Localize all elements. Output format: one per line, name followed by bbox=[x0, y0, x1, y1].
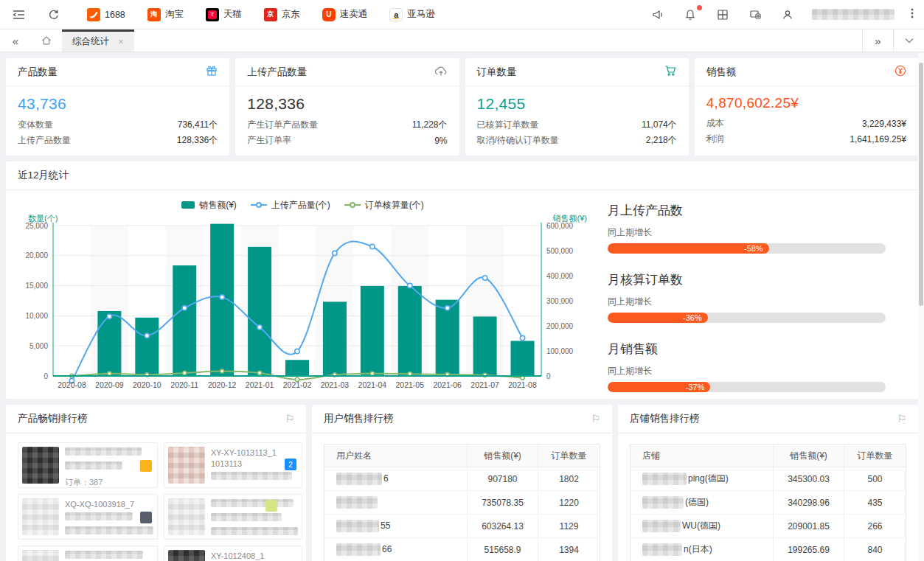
tab-menu-caret-icon[interactable] bbox=[893, 29, 924, 52]
notification-dot bbox=[697, 5, 702, 10]
product-image bbox=[168, 447, 205, 484]
platform-tab-taobao[interactable]: 淘 淘宝 bbox=[147, 0, 184, 29]
progress-fill: -36% bbox=[608, 313, 708, 323]
legend-uploaded[interactable]: 上传产品量(个) bbox=[250, 199, 330, 212]
bestseller-panel: 产品畅销排行榜 ⚐ 订单：387 XY-XY-1013113_1 bbox=[6, 405, 306, 561]
apps-grid-icon[interactable] bbox=[715, 7, 731, 23]
kebab-menu-icon[interactable] bbox=[911, 7, 914, 21]
refresh-icon[interactable] bbox=[46, 7, 62, 23]
card-value: 4,870,602.25¥ bbox=[695, 86, 918, 114]
table-row: WU(德国)209001.85266 bbox=[631, 515, 906, 538]
devices-icon[interactable] bbox=[747, 7, 763, 23]
flag-icon[interactable]: ⚐ bbox=[897, 413, 906, 425]
product-image bbox=[22, 447, 59, 484]
redacted-name bbox=[336, 496, 378, 509]
legend-sales[interactable]: 销售额(¥) bbox=[181, 199, 237, 212]
platform-tab-label: 京东 bbox=[282, 8, 300, 21]
stat-card-products: 产品数量 43,736 变体数量736,411个 上传产品数量128,336个 bbox=[6, 58, 229, 156]
product-card[interactable]: 订单：387 bbox=[18, 442, 158, 488]
redacted-name bbox=[336, 543, 381, 556]
menu-fold-icon[interactable] bbox=[10, 7, 27, 23]
product-code: XQ-XQ-1003918_7 bbox=[65, 499, 153, 510]
gift-icon bbox=[206, 65, 218, 79]
product-image bbox=[22, 550, 59, 561]
product-code: XY-1012408_1 bbox=[211, 551, 298, 561]
name-cell bbox=[324, 491, 468, 515]
svg-text:2021-07: 2021-07 bbox=[470, 380, 499, 389]
platform-tab-jd[interactable]: 京 京东 bbox=[264, 0, 300, 29]
svg-text:2021-04: 2021-04 bbox=[358, 380, 387, 389]
redacted-name bbox=[642, 543, 682, 556]
page-scrollbar[interactable] bbox=[918, 52, 924, 561]
product-card[interactable]: XY-1012408_1 bbox=[164, 546, 302, 561]
user-icon[interactable] bbox=[779, 7, 796, 23]
product-card[interactable] bbox=[164, 494, 302, 540]
stat-card-uploaded: 上传产品数量 128,336 产生订单产品数量11,228个 产生订单率9% bbox=[235, 58, 459, 156]
svg-text:2020-09: 2020-09 bbox=[95, 380, 124, 389]
sales-cell: 515658.9 bbox=[468, 538, 538, 561]
home-icon[interactable] bbox=[31, 29, 62, 52]
taobao-icon: 淘 bbox=[147, 8, 161, 21]
svg-text:2020-12: 2020-12 bbox=[208, 380, 237, 389]
announcement-icon[interactable] bbox=[650, 7, 666, 23]
svg-text:销售额(¥): 销售额(¥) bbox=[552, 214, 587, 223]
row-label: 已核算订单数量 bbox=[477, 119, 539, 131]
svg-text:0: 0 bbox=[44, 372, 48, 380]
table-row: 69071801802 bbox=[324, 467, 600, 491]
platform-tab-1688[interactable]: 1688 bbox=[87, 0, 125, 29]
aliexpress-icon: U bbox=[322, 8, 336, 21]
monthly-stats-panel: 近12月统计 销售额(¥) 上传产品量(个) 订单核算量(个) 05,00010… bbox=[6, 161, 918, 399]
table-row: 735078.351220 bbox=[324, 491, 600, 515]
product-card[interactable]: XY-XY-1013113_1 1013113 2 bbox=[164, 442, 302, 488]
progress-fill: -37% bbox=[608, 382, 710, 392]
product-image bbox=[168, 498, 205, 535]
name-cell: (德国) bbox=[631, 491, 774, 515]
redacted-name bbox=[642, 473, 687, 485]
product-code: XY-XY-1013113_1 bbox=[211, 447, 298, 459]
card-title: 产品数量 bbox=[18, 66, 58, 79]
table-header-row: 店铺销售额(¥)订单数量 bbox=[631, 445, 906, 467]
svg-text:400,000: 400,000 bbox=[546, 272, 574, 280]
product-image bbox=[22, 498, 59, 535]
orders-cell: 266 bbox=[844, 515, 906, 538]
svg-text:2020-08: 2020-08 bbox=[58, 380, 86, 389]
chart-legend: 销售额(¥) 上传产品量(个) 订单核算量(个) bbox=[12, 196, 593, 214]
product-card[interactable]: XQ-XQ-1003918_7 bbox=[18, 494, 158, 540]
status-badge bbox=[265, 500, 277, 512]
card-value: 128,336 bbox=[235, 86, 459, 116]
flag-icon[interactable]: ⚐ bbox=[591, 413, 600, 425]
svg-text:100,000: 100,000 bbox=[546, 347, 574, 355]
legend-settled[interactable]: 订单核算量(个) bbox=[344, 199, 424, 212]
row-label: 上传产品数量 bbox=[18, 134, 71, 147]
svg-text:2021-03: 2021-03 bbox=[321, 380, 350, 389]
name-cell: 6 bbox=[324, 467, 468, 491]
svg-text:5,000: 5,000 bbox=[29, 342, 48, 350]
col-orders: 订单数量 bbox=[844, 445, 906, 467]
scrollbar-thumb[interactable] bbox=[919, 63, 923, 306]
jd-icon: 京 bbox=[264, 8, 277, 21]
table-row: n(日本)199265.69840 bbox=[631, 538, 906, 561]
close-tab-icon[interactable]: × bbox=[118, 36, 124, 47]
card-title: 订单数量 bbox=[477, 66, 517, 79]
collapse-tabs-icon[interactable]: « bbox=[0, 29, 31, 52]
product-grid: 订单：387 XY-XY-1013113_1 1013113 2 XQ-X bbox=[6, 433, 306, 561]
tab-comprehensive-statistics[interactable]: 综合统计 × bbox=[62, 29, 134, 52]
product-card[interactable] bbox=[18, 546, 158, 561]
platform-tab-label: 天猫 bbox=[223, 8, 242, 21]
panel-title: 产品畅销排行榜 bbox=[18, 412, 88, 425]
name-cell: 55 bbox=[324, 515, 468, 538]
platform-tab-tmall[interactable]: T 天猫 bbox=[206, 0, 242, 29]
user-ranking-panel: 用户销售排行榜 ⚐ 用户姓名销售额(¥)订单数量6907180180273507… bbox=[312, 405, 612, 561]
count-badge: 2 bbox=[285, 459, 296, 470]
col-orders: 订单数量 bbox=[538, 445, 600, 467]
platform-tab-aliexpress[interactable]: U 速卖通 bbox=[322, 0, 368, 29]
expand-tabs-icon[interactable]: » bbox=[862, 29, 893, 52]
notifications-bell-icon[interactable] bbox=[682, 7, 698, 23]
platform-tab-amazon[interactable]: a 亚马逊 bbox=[389, 0, 435, 29]
flag-icon[interactable]: ⚐ bbox=[285, 413, 294, 425]
col-sales: 销售额(¥) bbox=[774, 445, 844, 467]
top-toolbar: 1688 淘 淘宝 T 天猫 京 京东 U 速卖通 a 亚马逊 bbox=[0, 0, 924, 29]
shop-ranking-table: 店铺销售额(¥)订单数量ping(德国)345300.03500(德国)3402… bbox=[630, 444, 906, 561]
cloud-upload-icon bbox=[434, 66, 448, 79]
row-label: 产生订单率 bbox=[247, 134, 291, 147]
